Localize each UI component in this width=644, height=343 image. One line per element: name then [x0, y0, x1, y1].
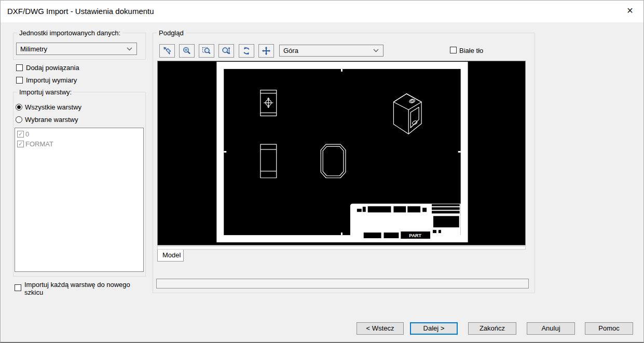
titlebar: DXF/DWG Import - Ustawienia dokumentu ✕ — [1, 1, 643, 22]
units-group-label: Jednostki importowanych danych: — [17, 29, 122, 37]
selected-layers-radio[interactable] — [16, 116, 22, 123]
chevron-down-icon — [127, 47, 132, 51]
layers-list[interactable]: ✓0✓FORMAT — [15, 128, 144, 272]
close-icon: ✕ — [626, 6, 633, 15]
cancel-button[interactable]: Anuluj — [527, 322, 575, 335]
layer-checkbox[interactable]: ✓ — [17, 141, 24, 147]
white-background-label: Białe tło — [459, 47, 483, 54]
units-combobox[interactable]: Milimetry — [16, 43, 137, 55]
view-orientation-combobox[interactable]: Góra — [279, 45, 383, 57]
rotate-view-icon — [242, 46, 251, 56]
layer-name: FORMAT — [25, 140, 53, 148]
view-orientation-value: Góra — [280, 47, 373, 54]
layer-name: 0 — [25, 130, 29, 138]
pan-icon — [262, 46, 271, 56]
import-to-new-sketch-label: Importuj każdą warstwę do nowego szkicu — [24, 281, 138, 296]
dialog-title: DXF/DWG Import - Ustawienia dokumentu — [7, 7, 154, 16]
import-dimensions-checkbox[interactable] — [16, 77, 23, 84]
probe-select-button[interactable] — [159, 44, 175, 58]
all-layers-label: Wszystkie warstwy — [25, 103, 81, 111]
zoom-area-button[interactable] — [199, 44, 214, 58]
next-button[interactable]: Dalej > — [410, 322, 458, 335]
white-background-checkbox[interactable] — [450, 47, 457, 53]
finish-button[interactable]: Zakończ — [468, 322, 516, 335]
import-dimensions-label: Importuj wymiary — [26, 76, 77, 84]
preview-group-label: Podgląd — [157, 29, 186, 37]
zoom-in-out-icon — [182, 46, 191, 56]
layer-list-item[interactable]: ✓0 — [16, 129, 143, 139]
selected-layers-label: Wybrane warstwy — [25, 116, 78, 124]
pan-button[interactable] — [258, 44, 274, 58]
zoom-in-out-button[interactable] — [179, 44, 195, 58]
help-button[interactable]: Pomoc — [585, 322, 633, 335]
layer-checkbox[interactable]: ✓ — [17, 131, 24, 138]
preview-hscroll[interactable] — [157, 246, 526, 250]
units-combobox-value: Milimetry — [17, 45, 127, 53]
chevron-down-icon — [373, 49, 379, 52]
preview-canvas[interactable]: PART — [157, 61, 526, 245]
add-relations-checkbox[interactable] — [16, 64, 23, 71]
import-to-new-sketch-checkbox[interactable] — [15, 284, 21, 291]
back-button[interactable]: < Wstecz — [357, 322, 404, 335]
close-button[interactable]: ✕ — [624, 5, 636, 17]
probe-select-icon — [162, 46, 172, 56]
title-block-part-label: PART — [409, 233, 421, 238]
progress-bar — [156, 279, 529, 289]
zoom-area-icon — [202, 46, 211, 56]
dialog-window: DXF/DWG Import - Ustawienia dokumentu ✕ … — [0, 0, 644, 343]
zoom-fit-icon — [222, 46, 231, 56]
zoom-fit-button[interactable] — [218, 44, 234, 58]
rotate-view-button[interactable] — [239, 44, 254, 58]
add-relations-label: Dodaj powiązania — [26, 64, 79, 72]
model-tab[interactable]: Model — [157, 250, 184, 262]
layers-group-label: Importuj warstwy: — [17, 88, 74, 96]
layer-list-item[interactable]: ✓FORMAT — [16, 139, 143, 149]
all-layers-radio[interactable] — [16, 104, 22, 111]
cad-drawing: PART — [158, 61, 525, 245]
